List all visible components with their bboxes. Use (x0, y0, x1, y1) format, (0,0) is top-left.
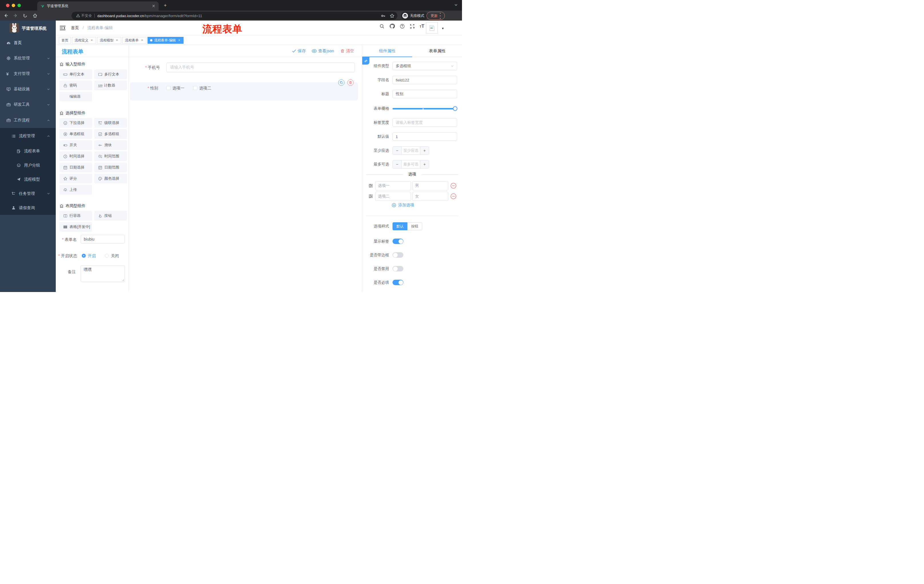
url-bar[interactable]: 不安全 dashboard.yudao.iocoder.cn/bpm/manag… (71, 12, 398, 20)
palette-chip-date-picker[interactable]: 日期选择 (59, 163, 92, 172)
tab-close-icon[interactable]: ✕ (151, 4, 156, 8)
tag-home[interactable]: 首页 (59, 37, 71, 44)
window-maximize-button[interactable] (17, 4, 21, 7)
palette-chip-multi-line-text[interactable]: 多行文本 (94, 69, 127, 79)
window-close-button[interactable] (6, 4, 10, 7)
show-label-toggle[interactable] (393, 239, 403, 244)
option1-label-input[interactable]: 选项一 (375, 181, 411, 190)
url-path[interactable]: /bpm/manager/form/edit?formId=11 (144, 14, 202, 18)
sidebar-item-task-management[interactable]: 任务管理 (0, 186, 56, 201)
tag-close-icon[interactable]: × (140, 38, 144, 42)
font-size-icon[interactable]: TT (420, 24, 424, 29)
url-domain[interactable]: dashboard.yudao.iocoder.cn (97, 14, 144, 18)
remove-option-button[interactable] (450, 182, 457, 189)
stepper-plus-button[interactable]: + (420, 160, 429, 168)
app-logo[interactable]: 芋道管理系统 (0, 21, 56, 36)
component-type-select[interactable]: 多选框组 (393, 62, 457, 70)
border-toggle[interactable] (393, 252, 403, 258)
password-key-icon[interactable] (381, 13, 386, 18)
form-name-input[interactable]: biubiu (81, 235, 125, 243)
form-grid-slider[interactable] (393, 104, 457, 113)
sidebar-item-dev-tools[interactable]: 研发工具 (0, 97, 56, 112)
avatar[interactable] (426, 22, 438, 34)
browser-menu-dots-icon[interactable]: ••• (440, 12, 441, 20)
clear-button[interactable]: 清空 (340, 48, 354, 54)
label-width-input[interactable]: 请输入标签宽度 (393, 118, 457, 127)
palette-chip-time-range[interactable]: 时间范围 (94, 151, 127, 161)
style-default-button[interactable]: 默认 (393, 222, 408, 230)
remark-textarea[interactable]: 嘿嘿 (81, 265, 125, 282)
sidebar-item-system[interactable]: 系统管理 (0, 51, 56, 66)
tag-close-icon[interactable]: × (178, 38, 181, 42)
drag-handle-icon[interactable] (368, 183, 373, 188)
slider-track[interactable] (393, 108, 457, 109)
copy-component-button[interactable] (338, 79, 345, 86)
security-warning-icon[interactable] (76, 14, 80, 18)
stepper-minus-button[interactable]: − (393, 160, 402, 168)
palette-chip-cascader[interactable]: 级联选择 (94, 118, 127, 128)
status-off-label[interactable]: 关闭 (111, 253, 119, 258)
phone-input[interactable]: 请输入手机号 (167, 63, 355, 72)
sidebar-item-process-form[interactable]: 流程表单 (0, 144, 56, 158)
sidebar-item-process-management[interactable]: 流程管理 (0, 128, 56, 144)
palette-chip-table-dev[interactable]: 表格[开发中] (59, 222, 92, 232)
security-label[interactable]: 不安全 (81, 13, 92, 18)
palette-chip-counter[interactable]: 123 计数器 (94, 81, 127, 90)
style-button-button[interactable]: 按钮 (408, 222, 422, 230)
tab-search-chevron-icon[interactable] (454, 3, 458, 7)
drag-handle-icon[interactable] (368, 194, 373, 199)
tag-process-definition[interactable]: 流程定义× (72, 37, 96, 44)
refresh-icon[interactable] (21, 12, 29, 20)
status-on-radio[interactable] (82, 254, 86, 258)
option1-value-input[interactable]: 男 (412, 181, 448, 190)
sidebar-item-workflow[interactable]: 工作流程 (0, 113, 56, 128)
disabled-toggle[interactable] (393, 266, 403, 271)
gender-option1-checkbox[interactable] (167, 86, 170, 90)
palette-chip-date-range[interactable]: 日期范围 (94, 163, 127, 172)
fullscreen-icon[interactable] (410, 24, 415, 29)
status-off-radio[interactable] (105, 254, 109, 258)
tab-component-props[interactable]: 组件属性 (362, 45, 412, 57)
textarea-resize-grip[interactable] (122, 279, 124, 281)
sidebar-item-leave-query[interactable]: 请假查询 (0, 201, 56, 215)
selected-component-block[interactable] (130, 82, 358, 100)
save-button[interactable]: 保存 (292, 48, 306, 54)
avatar-caret-icon[interactable]: ▼ (441, 27, 444, 30)
min-select-placeholder[interactable]: 至少应选 (403, 148, 418, 153)
home-icon[interactable] (31, 12, 39, 20)
palette-chip-password[interactable]: 密码 (59, 81, 92, 90)
tag-process-form-edit[interactable]: 流程表单-编辑× (147, 37, 183, 44)
gender-option1-label[interactable]: 选项一 (172, 86, 185, 91)
browser-tab[interactable]: 芋道管理系统 ✕ (37, 2, 159, 11)
github-icon[interactable] (389, 23, 395, 29)
tab-form-props[interactable]: 表单属性 (412, 45, 462, 57)
help-icon[interactable] (400, 24, 405, 29)
tag-close-icon[interactable]: × (90, 38, 94, 42)
stepper-plus-button[interactable]: + (420, 146, 429, 155)
status-on-label[interactable]: 开启 (88, 253, 96, 258)
sidebar-collapse-icon[interactable] (59, 25, 66, 31)
palette-chip-button[interactable]: 按钮 (94, 211, 127, 220)
default-value-input[interactable]: 1 (393, 132, 457, 141)
palette-chip-radio-group[interactable]: 单选框组 (59, 129, 92, 139)
tag-process-model[interactable]: 流程模型× (97, 37, 121, 44)
update-button[interactable]: 更新 ••• (427, 12, 445, 20)
new-tab-button[interactable]: + (162, 3, 168, 8)
remove-option-button[interactable] (450, 193, 457, 200)
view-json-button[interactable]: 查看json (312, 48, 334, 54)
palette-chip-checkbox-group[interactable]: 多选框组 (94, 129, 127, 139)
delete-component-button[interactable] (347, 79, 354, 86)
slider-handle[interactable] (453, 106, 457, 111)
palette-chip-dropdown-select[interactable]: 下拉选择 (59, 118, 92, 128)
required-toggle[interactable] (393, 280, 403, 285)
tag-close-icon[interactable]: × (115, 38, 119, 42)
palette-chip-slider[interactable]: 滑块 (94, 140, 127, 150)
sidebar-item-payment[interactable]: ¥ 支付管理 (0, 66, 56, 81)
gender-option2-label[interactable]: 选项二 (199, 86, 211, 91)
palette-chip-switch[interactable]: 开关 (59, 140, 92, 150)
forward-icon[interactable] (12, 12, 20, 20)
option2-value-input[interactable]: 女 (412, 192, 448, 201)
field-name-input[interactable]: field122 (393, 76, 457, 84)
bookmark-star-icon[interactable] (390, 13, 394, 18)
gender-option2-checkbox[interactable] (193, 86, 197, 90)
